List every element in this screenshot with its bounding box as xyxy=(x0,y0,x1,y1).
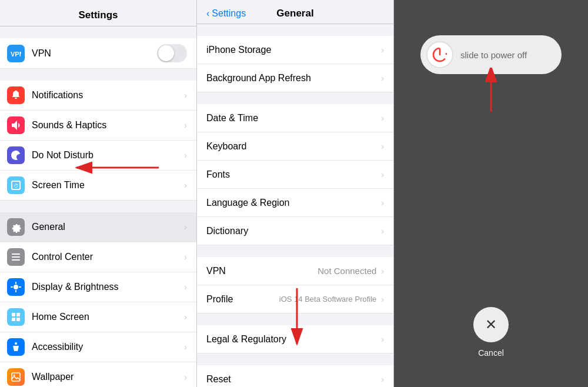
general-header: ‹ Settings General xyxy=(197,0,393,24)
homescreen-icon xyxy=(7,308,25,326)
date-time-chevron: › xyxy=(381,114,384,123)
wallpaper-label: Wallpaper xyxy=(32,372,184,382)
donotdisturb-chevron: › xyxy=(184,151,187,160)
settings-item-donotdisturb[interactable]: Do Not Disturb › xyxy=(0,141,196,171)
vpn-icon: VPN xyxy=(7,45,25,62)
general-item-reset[interactable]: Reset › xyxy=(197,365,393,387)
displaybrightness-label: Display & Brightness xyxy=(32,282,184,292)
general-item-vpn[interactable]: VPN Not Connected › xyxy=(197,257,393,285)
displaybrightness-icon xyxy=(7,278,25,296)
settings-item-notifications[interactable]: Notifications › xyxy=(0,81,196,111)
power-icon xyxy=(432,46,448,63)
settings-item-displaybrightness[interactable]: Display & Brightness › xyxy=(0,272,196,302)
homescreen-chevron: › xyxy=(184,312,187,322)
settings-item-general[interactable]: General › xyxy=(0,212,196,242)
general-list: iPhone Storage › Background App Refresh … xyxy=(197,24,393,387)
cancel-label: Cancel xyxy=(478,348,504,358)
settings-item-screentime[interactable]: ⏱ Screen Time › xyxy=(0,171,196,201)
general-label: General xyxy=(32,222,184,232)
general-panel: ‹ Settings General iPhone Storage › Back… xyxy=(197,0,394,387)
accessibility-icon xyxy=(7,338,25,356)
language-region-chevron: › xyxy=(381,198,384,208)
svg-text:⏱: ⏱ xyxy=(14,183,19,189)
profile-chevron: › xyxy=(381,295,384,304)
general-item-date-time[interactable]: Date & Time › xyxy=(197,104,393,132)
profile-value: iOS 14 Beta Software Profile xyxy=(279,295,376,303)
general-vpn-label: VPN xyxy=(206,266,318,276)
iphone-storage-label: iPhone Storage xyxy=(206,45,381,55)
reset-chevron: › xyxy=(381,375,384,384)
svg-point-16 xyxy=(15,342,17,345)
date-time-label: Date & Time xyxy=(206,113,381,124)
homescreen-label: Home Screen xyxy=(32,312,184,322)
wallpaper-icon xyxy=(7,368,25,386)
general-item-dictionary[interactable]: Dictionary › xyxy=(197,217,393,245)
svg-rect-14 xyxy=(12,318,15,321)
keyboard-chevron: › xyxy=(381,142,384,151)
general-item-background-refresh[interactable]: Background App Refresh › xyxy=(197,64,393,92)
power-icon-circle xyxy=(426,41,453,68)
controlcenter-chevron: › xyxy=(184,252,187,262)
background-refresh-label: Background App Refresh xyxy=(206,73,381,84)
settings-item-controlcenter[interactable]: Control Center › xyxy=(0,242,196,272)
sounds-chevron: › xyxy=(184,121,187,130)
slide-text: slide to power off xyxy=(460,50,527,60)
settings-item-homescreen[interactable]: Home Screen › xyxy=(0,302,196,332)
settings-item-sounds[interactable]: Sounds & Haptics › xyxy=(0,111,196,141)
settings-item-wallpaper[interactable]: Wallpaper › xyxy=(0,362,196,387)
slide-to-power-off[interactable]: slide to power off xyxy=(420,35,562,74)
settings-list: VPN VPN Notifications › Sounds & Haptics… xyxy=(0,26,196,387)
svg-rect-15 xyxy=(16,318,20,321)
back-label: Settings xyxy=(212,8,246,19)
settings-title: Settings xyxy=(78,9,118,21)
donotdisturb-label: Do Not Disturb xyxy=(32,150,184,161)
fonts-label: Fonts xyxy=(206,169,381,180)
svg-rect-13 xyxy=(16,313,20,316)
power-panel: slide to power off ✕ Cancel xyxy=(394,0,588,387)
accessibility-label: Accessibility xyxy=(32,342,184,352)
donotdisturb-icon xyxy=(7,146,25,164)
fonts-chevron: › xyxy=(381,170,384,179)
legal-chevron: › xyxy=(381,335,384,344)
general-item-profile[interactable]: Profile iOS 14 Beta Software Profile › xyxy=(197,285,393,313)
accessibility-chevron: › xyxy=(184,342,187,352)
general-item-language-region[interactable]: Language & Region › xyxy=(197,189,393,217)
notifications-icon xyxy=(7,86,25,104)
sounds-icon xyxy=(7,116,25,134)
svg-rect-6 xyxy=(12,259,20,261)
general-icon xyxy=(7,218,25,236)
profile-label: Profile xyxy=(206,294,279,305)
dictionary-chevron: › xyxy=(381,226,384,236)
general-item-keyboard[interactable]: Keyboard › xyxy=(197,132,393,161)
svg-text:VPN: VPN xyxy=(11,51,21,58)
settings-item-vpn[interactable]: VPN VPN xyxy=(0,38,196,69)
general-title: General xyxy=(276,8,313,19)
screentime-chevron: › xyxy=(184,181,187,190)
screentime-label: Screen Time xyxy=(32,180,184,191)
settings-item-accessibility[interactable]: Accessibility › xyxy=(0,332,196,362)
language-region-label: Language & Region xyxy=(206,198,381,208)
svg-rect-5 xyxy=(12,256,20,258)
dictionary-label: Dictionary xyxy=(206,226,381,236)
iphone-storage-chevron: › xyxy=(381,45,384,55)
wallpaper-chevron: › xyxy=(184,372,187,382)
general-vpn-value: Not Connected xyxy=(318,266,376,276)
cancel-x-icon: ✕ xyxy=(485,316,497,333)
general-item-legal[interactable]: Legal & Regulatory › xyxy=(197,325,393,353)
svg-rect-12 xyxy=(12,313,15,316)
cancel-area: ✕ Cancel xyxy=(473,307,509,358)
sounds-label: Sounds & Haptics xyxy=(32,120,184,131)
controlcenter-label: Control Center xyxy=(32,252,184,262)
settings-panel: Settings VPN VPN Notifications › Sounds … xyxy=(0,0,197,387)
svg-rect-4 xyxy=(12,253,20,255)
back-chevron: ‹ xyxy=(206,8,209,19)
vpn-toggle[interactable] xyxy=(157,44,187,62)
controlcenter-icon xyxy=(7,248,25,266)
svg-point-7 xyxy=(14,285,18,289)
general-back-button[interactable]: ‹ Settings xyxy=(206,8,246,19)
vpn-label: VPN xyxy=(32,48,157,59)
background-refresh-chevron: › xyxy=(381,74,384,83)
cancel-button[interactable]: ✕ xyxy=(473,307,509,342)
general-item-iphone-storage[interactable]: iPhone Storage › xyxy=(197,36,393,64)
general-item-fonts[interactable]: Fonts › xyxy=(197,161,393,189)
